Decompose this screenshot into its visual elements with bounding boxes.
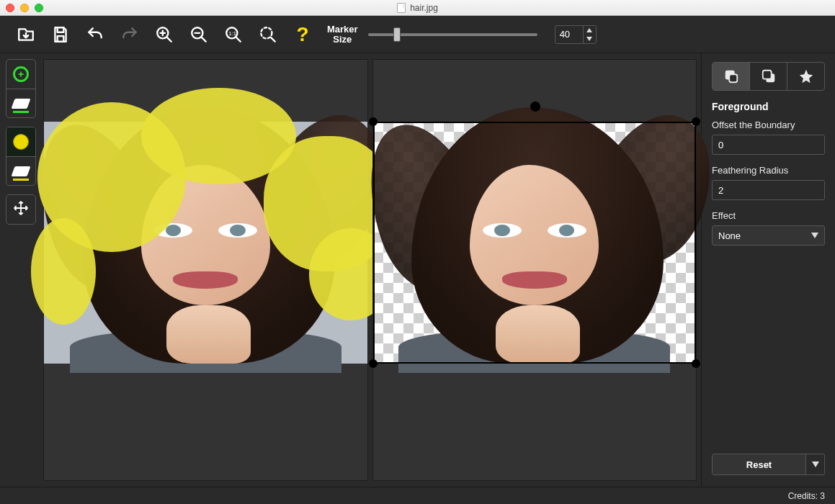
marker-size-spinbox[interactable] (555, 25, 597, 44)
panel-tabs (712, 62, 825, 91)
svg-rect-8 (762, 71, 771, 79)
effect-select[interactable]: None (712, 225, 825, 246)
help-button[interactable]: ? (285, 20, 320, 49)
zoom-fit-button[interactable] (251, 20, 285, 49)
zoom-actual-icon: 1:1 (224, 25, 243, 44)
erase-foreground-tool[interactable] (6, 89, 35, 117)
eraser-icon (11, 166, 30, 176)
crop-handle-bl[interactable] (369, 359, 378, 368)
crop-rotate-handle[interactable] (530, 102, 540, 112)
layers-back-icon (761, 68, 777, 84)
source-pane[interactable] (43, 59, 368, 481)
feather-input[interactable] (713, 181, 835, 199)
reset-menu-button[interactable] (805, 454, 824, 474)
crop-handle-br[interactable] (692, 359, 700, 368)
effect-value: None (718, 230, 741, 241)
credits-label: Credits: (788, 491, 818, 501)
save-icon (51, 25, 70, 44)
chevron-down-icon (812, 462, 819, 467)
crop-handle-tl[interactable] (369, 117, 378, 126)
star-icon (798, 68, 814, 84)
offset-label: Offset the Boundary (712, 120, 825, 130)
zoom-fit-icon (259, 25, 277, 44)
save-button[interactable] (43, 20, 78, 49)
tab-favorites[interactable] (787, 63, 824, 90)
tab-foreground[interactable] (713, 63, 749, 90)
crop-handle-tr[interactable] (692, 117, 700, 126)
workspace (42, 53, 701, 487)
open-button[interactable] (9, 20, 43, 49)
properties-panel: Foreground Offset the Boundary Featherin… (701, 53, 835, 487)
window-close-button[interactable] (6, 4, 14, 12)
window-title: hair.jpg (410, 3, 438, 13)
layers-front-icon (723, 68, 739, 84)
undo-button[interactable] (78, 20, 112, 49)
document-icon (397, 3, 406, 13)
move-icon (13, 200, 29, 219)
help-icon: ? (296, 23, 308, 46)
svg-rect-6 (729, 74, 737, 82)
svg-text:1:1: 1:1 (229, 30, 237, 37)
mark-background-icon (13, 134, 29, 150)
panel-heading: Foreground (712, 101, 825, 112)
feather-label: Feathering Radius (712, 165, 825, 176)
status-bar: Credits: 3 (0, 487, 835, 504)
zoom-actual-button[interactable]: 1:1 (216, 20, 251, 49)
mark-foreground-icon: + (13, 66, 29, 82)
main-toolbar: 1:1 ? Marker Size (0, 16, 835, 53)
svg-point-4 (261, 27, 272, 38)
effect-label: Effect (712, 210, 825, 221)
window-minimize-button[interactable] (20, 4, 29, 12)
window-zoom-button[interactable] (35, 4, 43, 12)
feather-field[interactable] (712, 180, 825, 200)
marker-size-step-up[interactable] (584, 26, 596, 35)
mark-background-tool[interactable] (6, 127, 35, 156)
preview-pane[interactable] (372, 59, 697, 481)
marker-size-input[interactable] (555, 26, 583, 43)
marker-size-step-down[interactable] (584, 35, 596, 43)
tab-background[interactable] (749, 63, 787, 90)
tool-rail: + (0, 53, 42, 487)
crop-frame[interactable] (373, 122, 697, 364)
mark-foreground-tool[interactable]: + (6, 60, 35, 89)
eraser-icon (11, 99, 30, 109)
marker-size-slider[interactable] (368, 31, 537, 38)
redo-button[interactable] (112, 20, 147, 49)
zoom-in-button[interactable] (147, 20, 182, 49)
zoom-out-icon (189, 25, 208, 44)
slider-thumb[interactable] (393, 27, 401, 42)
move-tool[interactable] (6, 195, 35, 224)
redo-icon (120, 25, 139, 44)
window-titlebar: hair.jpg (0, 0, 835, 16)
erase-background-tool[interactable] (6, 156, 35, 185)
offset-input[interactable] (713, 135, 835, 154)
offset-field[interactable] (712, 135, 825, 155)
zoom-out-button[interactable] (182, 20, 216, 49)
preview-image[interactable] (373, 122, 697, 364)
credits-value: 3 (820, 491, 825, 501)
source-image[interactable] (44, 122, 367, 364)
zoom-in-icon (155, 25, 174, 44)
chevron-down-icon (811, 233, 818, 238)
marker-size-label: Marker Size (327, 24, 358, 44)
open-folder-icon (17, 25, 35, 44)
reset-button[interactable]: Reset (713, 454, 805, 474)
undo-icon (86, 25, 104, 44)
